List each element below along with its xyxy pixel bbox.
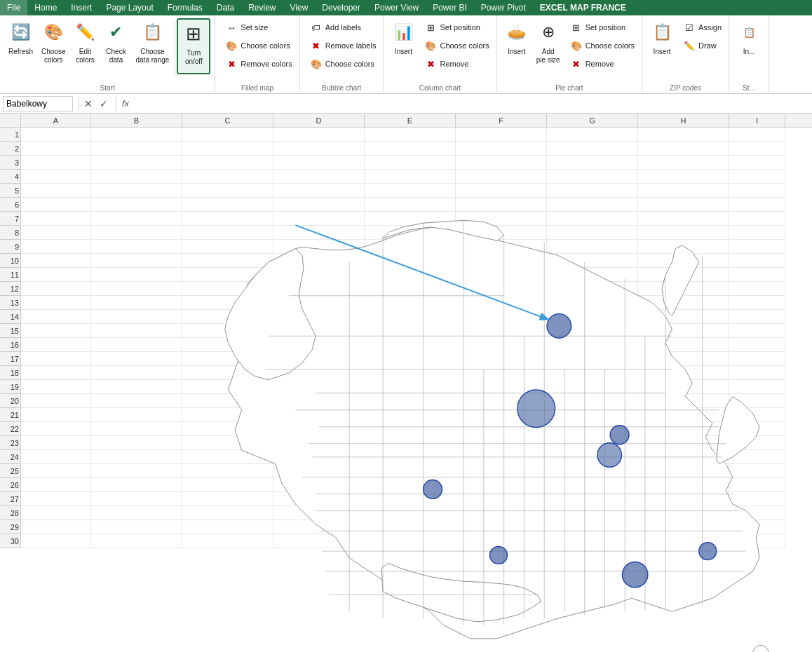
cell-G29[interactable] bbox=[547, 520, 638, 534]
cell-G12[interactable] bbox=[547, 282, 638, 295]
cell-B19[interactable] bbox=[91, 380, 182, 393]
edit-colors-button[interactable]: ✏️ Editcolors bbox=[69, 18, 100, 74]
cell-H7[interactable] bbox=[638, 212, 729, 225]
cell-C19[interactable] bbox=[182, 380, 273, 393]
cell-D14[interactable] bbox=[273, 310, 365, 323]
cell-B2[interactable] bbox=[91, 142, 182, 155]
table-row[interactable] bbox=[21, 268, 785, 282]
cell-C7[interactable] bbox=[182, 212, 273, 225]
cell-D6[interactable] bbox=[273, 198, 365, 211]
table-row[interactable] bbox=[21, 506, 785, 520]
cell-D2[interactable] bbox=[273, 142, 365, 155]
cell-C3[interactable] bbox=[182, 156, 273, 169]
cell-F7[interactable] bbox=[456, 212, 547, 225]
cell-I2[interactable] bbox=[729, 142, 785, 155]
choose-colors-filled-button[interactable]: 🎨 Choose colors bbox=[222, 36, 295, 55]
table-row[interactable] bbox=[21, 436, 785, 450]
cell-G23[interactable] bbox=[547, 436, 638, 449]
cell-I15[interactable] bbox=[729, 324, 785, 337]
cell-G4[interactable] bbox=[547, 170, 638, 183]
cell-C14[interactable] bbox=[182, 310, 273, 323]
cell-C17[interactable] bbox=[182, 352, 273, 365]
cell-D26[interactable] bbox=[273, 478, 365, 491]
table-row[interactable] bbox=[21, 366, 785, 380]
set-position-pie-button[interactable]: ⊞ Set position bbox=[567, 18, 637, 36]
table-row[interactable] bbox=[21, 492, 785, 506]
cell-C11[interactable] bbox=[182, 268, 273, 281]
cell-D9[interactable] bbox=[273, 240, 365, 253]
cell-F13[interactable] bbox=[456, 296, 547, 309]
cell-F2[interactable] bbox=[456, 142, 547, 155]
table-row[interactable] bbox=[21, 534, 785, 548]
cell-H11[interactable] bbox=[638, 268, 729, 281]
cell-G13[interactable] bbox=[547, 296, 638, 309]
cell-E15[interactable] bbox=[365, 324, 456, 337]
menu-file[interactable]: File bbox=[0, 0, 27, 15]
cell-D25[interactable] bbox=[273, 464, 365, 477]
cell-D12[interactable] bbox=[273, 282, 365, 295]
table-row[interactable] bbox=[21, 142, 785, 156]
cell-C28[interactable] bbox=[182, 506, 273, 519]
cell-A17[interactable] bbox=[21, 352, 91, 365]
cell-H28[interactable] bbox=[638, 506, 729, 519]
cell-D30[interactable] bbox=[273, 534, 365, 548]
cell-I7[interactable] bbox=[729, 212, 785, 225]
cell-A25[interactable] bbox=[21, 464, 91, 477]
cell-F19[interactable] bbox=[456, 380, 547, 393]
cell-I10[interactable] bbox=[729, 254, 785, 267]
cell-E21[interactable] bbox=[365, 408, 456, 421]
table-row[interactable] bbox=[21, 296, 785, 310]
cell-C12[interactable] bbox=[182, 282, 273, 295]
menu-developer[interactable]: Developer bbox=[315, 0, 367, 15]
cell-D10[interactable] bbox=[273, 254, 365, 267]
table-row[interactable] bbox=[21, 422, 785, 436]
cell-H13[interactable] bbox=[638, 296, 729, 309]
set-size-button[interactable]: ↔ Set size bbox=[222, 18, 295, 36]
cell-C21[interactable] bbox=[182, 408, 273, 421]
cell-H1[interactable] bbox=[638, 128, 729, 141]
cell-E3[interactable] bbox=[365, 156, 456, 169]
cell-A10[interactable] bbox=[21, 254, 91, 267]
table-row[interactable] bbox=[21, 212, 785, 226]
cell-D3[interactable] bbox=[273, 156, 365, 169]
cell-B17[interactable] bbox=[91, 352, 182, 365]
cell-I6[interactable] bbox=[729, 198, 785, 211]
choose-colors-bubble-button[interactable]: 🎨 Choose colors bbox=[307, 55, 379, 73]
menu-insert[interactable]: Insert bbox=[64, 0, 99, 15]
cell-I20[interactable] bbox=[729, 394, 785, 407]
cell-A18[interactable] bbox=[21, 366, 91, 379]
remove-colors-filled-button[interactable]: ✖ Remove colors bbox=[222, 55, 295, 73]
cell-B1[interactable] bbox=[91, 128, 182, 141]
cell-B30[interactable] bbox=[91, 534, 182, 548]
cell-F30[interactable] bbox=[456, 534, 547, 548]
cell-D5[interactable] bbox=[273, 184, 365, 197]
insert-col-button[interactable]: 📊 Insert bbox=[388, 18, 419, 74]
cell-C22[interactable] bbox=[182, 422, 273, 435]
cell-C27[interactable] bbox=[182, 492, 273, 505]
cell-G27[interactable] bbox=[547, 492, 638, 505]
cell-A29[interactable] bbox=[21, 520, 91, 534]
cell-I26[interactable] bbox=[729, 478, 785, 491]
cell-H19[interactable] bbox=[638, 380, 729, 393]
cell-F9[interactable] bbox=[456, 240, 547, 253]
remove-pie-button[interactable]: ✖ Remove bbox=[567, 55, 637, 73]
cell-C5[interactable] bbox=[182, 184, 273, 197]
cell-E18[interactable] bbox=[365, 366, 456, 379]
assign-button[interactable]: ☑ Assign bbox=[680, 18, 724, 36]
cell-B9[interactable] bbox=[91, 240, 182, 253]
cell-D1[interactable] bbox=[273, 128, 365, 141]
table-row[interactable] bbox=[21, 380, 785, 394]
cell-F18[interactable] bbox=[456, 366, 547, 379]
cell-B15[interactable] bbox=[91, 324, 182, 337]
cell-A3[interactable] bbox=[21, 156, 91, 169]
choose-colors-pie-button[interactable]: 🎨 Choose colors bbox=[567, 36, 637, 55]
cell-G20[interactable] bbox=[547, 394, 638, 407]
cell-A4[interactable] bbox=[21, 170, 91, 183]
cell-E23[interactable] bbox=[365, 436, 456, 449]
cell-I17[interactable] bbox=[729, 352, 785, 365]
cell-A22[interactable] bbox=[21, 422, 91, 435]
cell-B11[interactable] bbox=[91, 268, 182, 281]
set-position-col-button[interactable]: ⊞ Set position bbox=[421, 18, 492, 36]
add-labels-button[interactable]: 🏷 Add labels bbox=[307, 18, 379, 36]
cell-H30[interactable] bbox=[638, 534, 729, 548]
